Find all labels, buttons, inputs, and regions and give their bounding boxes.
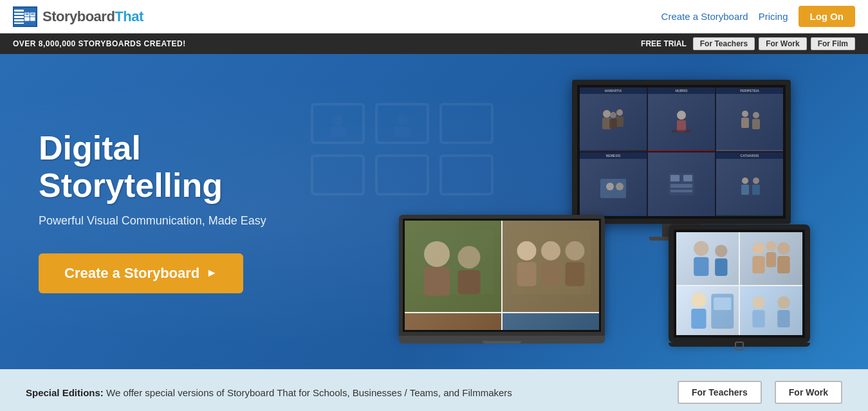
announce-text: OVER 8,000,000 STORYBOARDS CREATED! <box>13 39 186 48</box>
tablet-cell-2 <box>740 232 802 285</box>
svg-rect-14 <box>441 156 492 194</box>
tablet-cell-4 <box>740 286 802 335</box>
svg-rect-13 <box>376 156 428 194</box>
hero-content: Digital Storytelling Powerful Visual Com… <box>39 130 360 293</box>
svg-rect-71 <box>694 257 708 276</box>
special-editions-label: Special Editions: <box>26 387 104 398</box>
hero-section: Digital Storytelling Powerful Visual Com… <box>0 54 868 369</box>
logo-text: StoryboardThat <box>42 8 143 25</box>
svg-point-74 <box>752 242 764 255</box>
svg-rect-7 <box>31 13 34 14</box>
svg-rect-8 <box>31 14 34 15</box>
svg-point-28 <box>742 111 748 117</box>
hero-title-line1: Digital <box>39 129 141 167</box>
svg-point-84 <box>752 296 764 308</box>
svg-point-80 <box>691 292 706 307</box>
for-teachers-button[interactable]: For Teachers <box>678 381 762 404</box>
svg-point-42 <box>753 178 759 184</box>
monitor-cell-header-6: CATHARSIS <box>716 152 783 159</box>
tablet-content <box>676 232 802 335</box>
svg-point-30 <box>753 112 759 118</box>
monitor-screen: HAMARTIA <box>572 80 791 224</box>
monitor-cell-img-2 <box>648 94 715 150</box>
svg-rect-77 <box>777 256 790 273</box>
announce-right: FREE TRIAL For Teachers For Work For Fil… <box>641 37 855 50</box>
header-nav: Create a Storyboard Pricing Log On <box>661 6 855 27</box>
for-work-trial-button[interactable]: For Work <box>759 37 806 50</box>
svg-point-70 <box>694 241 708 256</box>
monitor-cell-img-4 <box>580 159 647 215</box>
monitor-cell-header-3: PERIPETEIA <box>716 87 783 94</box>
arrow-icon: ► <box>206 266 217 280</box>
for-film-trial-button[interactable]: For Film <box>811 37 855 50</box>
svg-rect-55 <box>566 262 585 287</box>
for-work-button[interactable]: For Work <box>775 381 842 404</box>
svg-point-40 <box>742 178 748 184</box>
monitor-content: HAMARTIA <box>580 87 783 216</box>
svg-rect-36 <box>670 175 679 181</box>
monitor-cell-img-5 <box>648 152 715 216</box>
free-trial-label: FREE TRIAL <box>641 39 687 48</box>
special-editions-text: Special Editions: We offer special versi… <box>26 387 665 398</box>
pricing-link[interactable]: Pricing <box>759 11 788 22</box>
monitor-cell-header-1: HAMARTIA <box>580 87 647 94</box>
svg-point-17 <box>397 115 407 125</box>
svg-point-72 <box>715 244 727 257</box>
tablet-cell-1 <box>676 232 739 285</box>
logo-text-part1: Storyboard <box>42 8 115 24</box>
tablet-home-button <box>735 342 744 351</box>
svg-rect-5 <box>26 13 29 14</box>
svg-point-78 <box>766 241 777 251</box>
create-storyboard-link[interactable]: Create a Storyboard <box>661 11 748 22</box>
svg-rect-24 <box>609 119 617 129</box>
svg-rect-27 <box>672 130 691 132</box>
header: StoryboardThat Create a Storyboard Prici… <box>0 0 868 33</box>
hero-cta-label: Create a Storyboard <box>64 265 199 282</box>
svg-rect-37 <box>683 175 692 181</box>
svg-point-54 <box>566 241 585 260</box>
svg-rect-11 <box>441 104 492 143</box>
svg-point-34 <box>616 183 623 190</box>
svg-rect-43 <box>752 185 760 195</box>
monitor-cell-2: HUBRIS <box>648 87 715 151</box>
svg-point-33 <box>606 183 614 190</box>
logo-text-part2: That <box>115 8 143 24</box>
hero-cta-button[interactable]: Create a Storyboard ► <box>39 253 243 293</box>
svg-rect-6 <box>26 14 29 15</box>
svg-point-25 <box>677 111 686 120</box>
svg-rect-81 <box>691 309 706 329</box>
logon-button[interactable]: Log On <box>799 6 856 27</box>
svg-rect-73 <box>715 259 727 276</box>
svg-point-76 <box>777 242 790 255</box>
hero-subtitle: Powerful Visual Communication, Made Easy <box>39 214 360 228</box>
monitor-cell-3: PERIPETEIA <box>716 87 783 151</box>
tablet-mockup <box>669 224 810 347</box>
svg-point-19 <box>603 110 611 118</box>
hero-title-line2: Storytelling <box>39 167 223 204</box>
logo-icon <box>13 6 37 27</box>
monitor-cell-img-1 <box>580 94 647 150</box>
monitor-cell-header-4: NEMESIS <box>580 152 647 159</box>
monitor-cell-4: NEMESIS <box>580 152 647 216</box>
svg-rect-87 <box>777 310 790 327</box>
monitor-cell-5 <box>648 152 715 216</box>
monitor-cell-header-2: HUBRIS <box>648 87 715 94</box>
tablet-bottom-bar <box>669 343 810 347</box>
monitor-mockup: HAMARTIA <box>572 80 791 241</box>
svg-rect-83 <box>714 297 731 309</box>
svg-point-21 <box>616 109 623 116</box>
monitor-cell-img-3 <box>716 94 783 150</box>
announce-bar: OVER 8,000,000 STORYBOARDS CREATED! FREE… <box>0 33 868 54</box>
for-teachers-trial-button[interactable]: For Teachers <box>693 37 755 50</box>
tablet-screen <box>669 224 810 343</box>
svg-point-15 <box>333 115 343 125</box>
svg-rect-38 <box>670 184 692 188</box>
svg-rect-39 <box>670 190 692 192</box>
svg-rect-41 <box>741 185 749 195</box>
svg-rect-29 <box>741 118 749 128</box>
logo[interactable]: StoryboardThat <box>13 6 143 27</box>
special-editions-bar: Special Editions: We offer special versi… <box>0 369 868 411</box>
monitor-cell-6: CATHARSIS <box>716 152 783 216</box>
monitor-cell-img-6 <box>716 159 783 215</box>
svg-rect-31 <box>752 119 760 129</box>
